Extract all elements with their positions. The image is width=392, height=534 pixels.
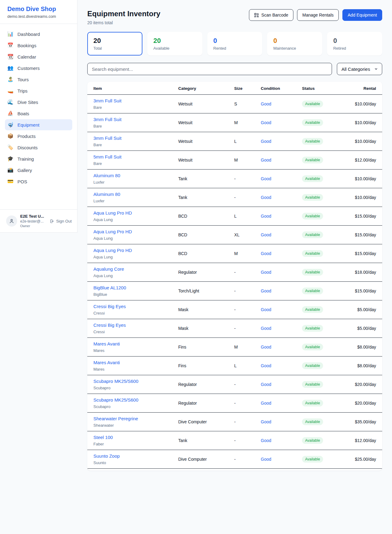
item-name-link[interactable]: Shearwater Peregrine xyxy=(93,416,138,422)
table-row: Cressi Big Eyes Cressi Mask - Good Avail… xyxy=(87,319,382,338)
condition-link[interactable]: Good xyxy=(261,438,271,443)
sidebar-item-pos[interactable]: 💳 POS xyxy=(5,176,72,187)
condition-link[interactable]: Good xyxy=(261,288,271,293)
condition-link[interactable]: Good xyxy=(261,363,271,368)
sidebar-item-label: Boats xyxy=(17,111,29,116)
item-name-link[interactable]: Aluminum 80 xyxy=(93,191,120,197)
stat-value: 0 xyxy=(333,36,376,45)
sidebar-item-label: Bookings xyxy=(17,43,36,48)
item-name-link[interactable]: 3mm Full Suit xyxy=(93,98,122,104)
sidebar-item-dive-sites[interactable]: 🌊 Dive Sites xyxy=(5,97,72,108)
item-name-link[interactable]: Cressi Big Eyes xyxy=(93,303,126,310)
equipment-table: Item Category Size Condition Status Rent… xyxy=(87,82,382,469)
table-row: Suunto Zoop Suunto Dive Computer - Good … xyxy=(87,450,382,469)
item-brand: Bare xyxy=(93,124,173,129)
chevron-down-icon xyxy=(374,67,378,71)
sidebar-item-dashboard[interactable]: 📊 Dashboard xyxy=(5,29,72,40)
item-name-link[interactable]: Aluminum 80 xyxy=(93,173,120,179)
condition-link[interactable]: Good xyxy=(261,270,271,275)
item-name-link[interactable]: Aqua Lung Pro HD xyxy=(93,247,132,254)
item-name-link[interactable]: 5mm Full Suit xyxy=(93,154,122,160)
condition-link[interactable]: Good xyxy=(261,120,271,125)
stat-card-rented[interactable]: 0 Rented xyxy=(207,32,262,55)
condition-link[interactable]: Good xyxy=(261,101,271,106)
sidebar-item-calendar[interactable]: 📆 Calendar xyxy=(5,51,72,62)
condition-link[interactable]: Good xyxy=(261,345,271,349)
stat-card-maintenance[interactable]: 0 Maintenance xyxy=(267,32,322,55)
stat-card-available[interactable]: 20 Available xyxy=(147,32,202,55)
status-badge: Available xyxy=(302,175,323,182)
item-name-link[interactable]: Scubapro MK25/S600 xyxy=(93,397,138,403)
barcode-icon xyxy=(254,13,259,17)
stat-value: 20 xyxy=(153,36,196,45)
sidebar-item-tours[interactable]: 🏝️ Tours xyxy=(5,74,72,85)
item-category: BCD xyxy=(176,244,232,263)
condition-link[interactable]: Good xyxy=(261,382,271,387)
condition-link[interactable]: Good xyxy=(261,139,271,144)
item-name-link[interactable]: Cressi Big Eyes xyxy=(93,322,126,328)
sidebar-item-label: Discounts xyxy=(17,145,38,150)
add-equipment-button[interactable]: Add Equipment xyxy=(342,9,382,21)
item-size: M xyxy=(232,244,258,263)
item-name-link[interactable]: Suunto Zoop xyxy=(93,453,120,459)
sidebar-item-trips[interactable]: 🚤 Trips xyxy=(5,85,72,96)
sidebar-item-products[interactable]: 📦 Products xyxy=(5,131,72,142)
table-row: Scubapro MK25/S600 Scubapro Regulator - … xyxy=(87,394,382,413)
sidebar-item-discounts[interactable]: 🏷️ Discounts xyxy=(5,142,72,153)
item-name-link[interactable]: Aqualung Core xyxy=(93,266,124,272)
sidebar-item-customers[interactable]: 👥 Customers xyxy=(5,63,72,74)
diving-mask-icon: 🤿 xyxy=(7,122,13,128)
condition-link[interactable]: Good xyxy=(261,214,271,219)
rental-price: $5.00/day xyxy=(350,300,382,319)
item-category: Mask xyxy=(176,300,232,319)
bar-chart-icon: 📊 xyxy=(7,31,13,37)
user-email: e2e-tester@... xyxy=(20,219,47,224)
sidebar-item-gallery[interactable]: 📸 Gallery xyxy=(5,165,72,176)
rental-price: $8.00/day xyxy=(350,338,382,357)
sidebar-item-boats[interactable]: ⛵ Boats xyxy=(5,108,72,119)
sidebar-item-bookings[interactable]: 📅 Bookings xyxy=(5,40,72,51)
page-title: Equipment Inventory xyxy=(87,9,160,18)
stat-card-retired[interactable]: 0 Retired xyxy=(327,32,382,55)
stat-card-total[interactable]: 20 Total xyxy=(87,32,142,55)
item-name-link[interactable]: BigBlue AL1200 xyxy=(93,285,126,291)
condition-link[interactable]: Good xyxy=(261,251,271,256)
item-brand: Faber xyxy=(93,441,173,447)
condition-link[interactable]: Good xyxy=(261,158,271,162)
item-name-link[interactable]: 3mm Full Suit xyxy=(93,135,122,141)
condition-link[interactable]: Good xyxy=(261,326,271,331)
condition-link[interactable]: Good xyxy=(261,457,271,462)
item-category: Regulator xyxy=(176,394,232,413)
item-size: S xyxy=(232,95,258,113)
sidebar-item-equipment[interactable]: 🤿 Equipment xyxy=(5,119,72,130)
condition-link[interactable]: Good xyxy=(261,195,271,200)
condition-link[interactable]: Good xyxy=(261,232,271,237)
stat-label: Retired xyxy=(333,46,376,51)
item-category: Tank xyxy=(176,188,232,207)
manage-rentals-button[interactable]: Manage Rentals xyxy=(297,9,339,21)
condition-link[interactable]: Good xyxy=(261,419,271,424)
item-name-link[interactable]: Scubapro MK25/S600 xyxy=(93,378,138,384)
condition-link[interactable]: Good xyxy=(261,176,271,181)
item-name-link[interactable]: Mares Avanti xyxy=(93,360,120,366)
status-badge: Available xyxy=(302,269,323,276)
item-name-link[interactable]: 3mm Full Suit xyxy=(93,116,122,123)
sidebar-item-label: Customers xyxy=(17,66,40,71)
status-badge: Available xyxy=(302,101,323,107)
scan-barcode-button[interactable]: Scan Barcode xyxy=(249,9,293,21)
item-name-link[interactable]: Aqua Lung Pro HD xyxy=(93,210,132,216)
item-category: Dive Computer xyxy=(176,413,232,431)
category-select[interactable]: All Categories xyxy=(337,63,382,75)
sign-out-button[interactable]: Sign Out xyxy=(50,219,72,223)
condition-link[interactable]: Good xyxy=(261,401,271,406)
sidebar-item-label: Tours xyxy=(17,77,29,82)
condition-link[interactable]: Good xyxy=(261,307,271,312)
item-name-link[interactable]: Aqua Lung Pro HD xyxy=(93,229,132,235)
avatar xyxy=(6,216,17,227)
item-category: Wetsuit xyxy=(176,151,232,170)
item-name-link[interactable]: Steel 100 xyxy=(93,434,113,441)
search-input[interactable] xyxy=(87,63,332,75)
item-name-link[interactable]: Mares Avanti xyxy=(93,341,120,347)
sidebar-item-training[interactable]: 🎓 Training xyxy=(5,153,72,164)
item-size: - xyxy=(232,170,258,188)
